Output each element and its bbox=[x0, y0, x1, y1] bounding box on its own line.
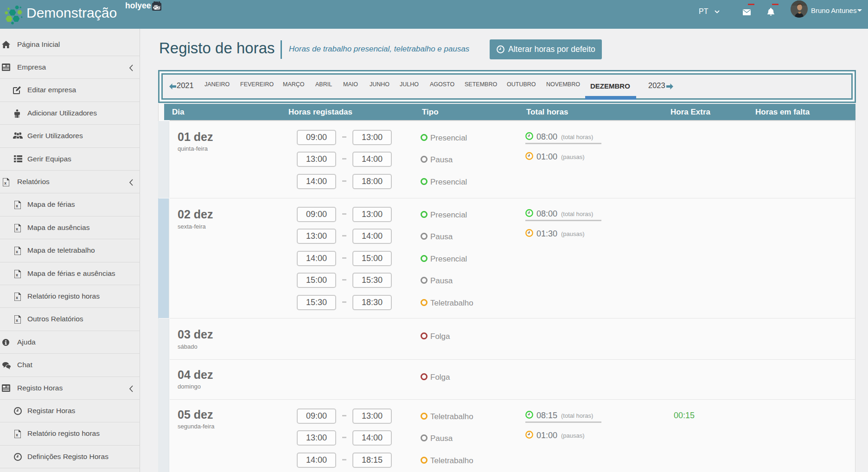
svg-text:x: x bbox=[16, 433, 18, 437]
svg-text:x: x bbox=[16, 226, 18, 231]
svg-text:x: x bbox=[4, 181, 6, 185]
svg-text:x: x bbox=[16, 272, 18, 277]
svg-text:x: x bbox=[16, 249, 18, 254]
svg-text:x: x bbox=[16, 318, 18, 323]
svg-text:x: x bbox=[16, 204, 18, 208]
svg-text:x: x bbox=[16, 295, 18, 300]
